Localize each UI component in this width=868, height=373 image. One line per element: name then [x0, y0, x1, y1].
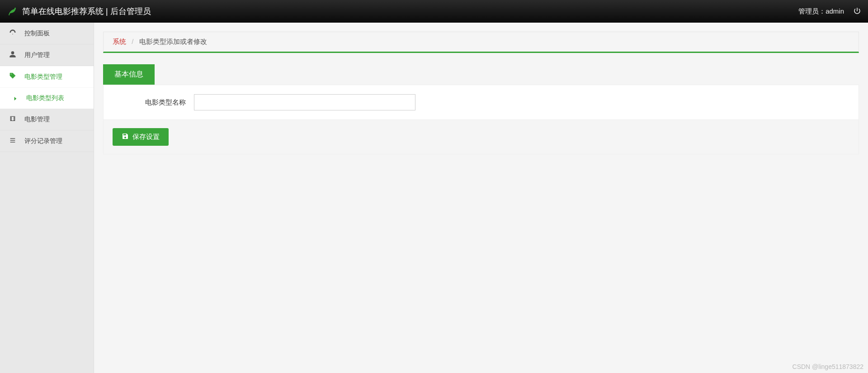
breadcrumb-root[interactable]: 系统 [113, 38, 126, 45]
breadcrumb: 系统 / 电影类型添加或者修改 [103, 32, 859, 53]
sidebar-item-ratings[interactable]: 评分记录管理 [0, 130, 94, 152]
form-panel: 电影类型名称 [103, 85, 859, 120]
sidebar-item-label: 评分记录管理 [24, 137, 62, 145]
app-title: 简单在线电影推荐系统 | 后台管理员 [22, 6, 151, 17]
breadcrumb-current: 电影类型添加或者修改 [139, 38, 207, 45]
type-name-label: 电影类型名称 [117, 98, 194, 107]
save-button-label: 保存设置 [132, 133, 160, 141]
sidebar-item-movie-type[interactable]: 电影类型管理 [0, 66, 94, 88]
sidebar-subitem-label: 电影类型列表 [26, 94, 64, 102]
tab-basic-info[interactable]: 基本信息 [103, 64, 155, 85]
sidebar-item-label: 电影管理 [24, 115, 50, 124]
save-button[interactable]: 保存设置 [113, 128, 169, 146]
power-icon[interactable] [853, 7, 861, 16]
admin-info[interactable]: 管理员：admin [798, 7, 844, 16]
sidebar-subitem-movie-type-list[interactable]: 电影类型列表 [0, 88, 94, 109]
sidebar-item-label: 控制面板 [24, 29, 50, 38]
main-content: 系统 / 电影类型添加或者修改 基本信息 电影类型名称 保存设置 [94, 23, 868, 373]
leaf-icon [7, 5, 18, 18]
dashboard-icon [9, 29, 16, 38]
tag-icon [9, 72, 16, 81]
navbar-brand: 简单在线电影推荐系统 | 后台管理员 [7, 5, 151, 18]
breadcrumb-separator: / [132, 38, 133, 45]
list-icon [9, 137, 16, 145]
film-icon [9, 115, 16, 124]
sidebar-item-dashboard[interactable]: 控制面板 [0, 23, 94, 44]
sidebar-item-label: 用户管理 [24, 51, 50, 59]
top-navbar: 简单在线电影推荐系统 | 后台管理员 管理员：admin [0, 0, 868, 23]
sidebar-item-movies[interactable]: 电影管理 [0, 109, 94, 130]
sidebar-item-label: 电影类型管理 [24, 73, 62, 81]
tab-strip: 基本信息 [103, 64, 859, 85]
sidebar: 控制面板 用户管理 电影类型管理 电影类型列表 [0, 23, 94, 373]
user-icon [9, 51, 16, 59]
type-name-input[interactable] [194, 94, 415, 110]
chevron-right-icon [14, 95, 17, 102]
sidebar-item-users[interactable]: 用户管理 [0, 44, 94, 66]
navbar-right: 管理员：admin [798, 7, 861, 16]
save-icon [122, 133, 129, 141]
form-row-type-name: 电影类型名称 [104, 94, 859, 110]
action-bar: 保存设置 [103, 120, 859, 154]
